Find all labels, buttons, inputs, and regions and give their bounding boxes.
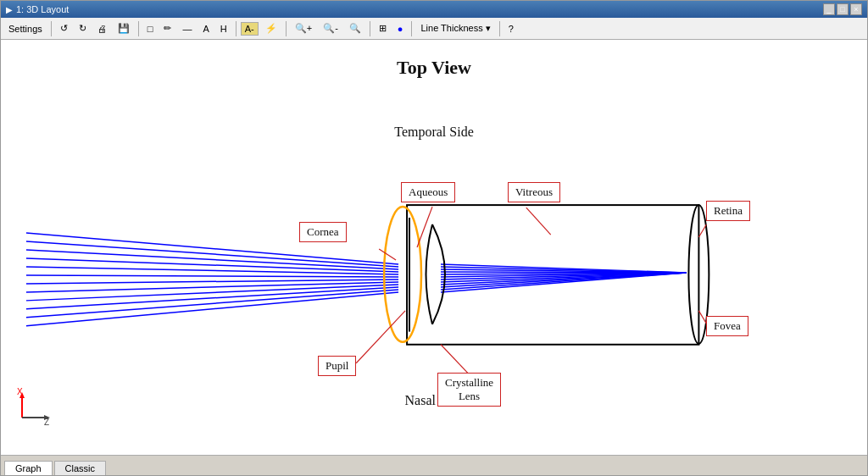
vitreous-label: Vitreous bbox=[508, 182, 560, 202]
pen-tool[interactable]: ✏ bbox=[159, 21, 175, 36]
separator-5 bbox=[370, 21, 370, 36]
settings-button[interactable]: Settings bbox=[4, 22, 47, 36]
graph-tab[interactable]: Graph bbox=[4, 461, 53, 475]
svg-line-34 bbox=[441, 345, 470, 376]
diagram-title: Top View bbox=[397, 57, 471, 79]
window-icon: ▶ bbox=[6, 5, 13, 14]
separator-2 bbox=[138, 21, 139, 36]
fovea-label: Fovea bbox=[706, 316, 748, 336]
axis-indicator: X Z bbox=[14, 388, 52, 429]
svg-line-11 bbox=[26, 292, 398, 326]
svg-line-29 bbox=[379, 249, 396, 260]
svg-line-32 bbox=[698, 224, 706, 237]
print-button[interactable]: 🖨 bbox=[93, 22, 111, 36]
svg-line-4 bbox=[26, 267, 398, 274]
content-area: Top View Temporal Side Nasal Side Cornea… bbox=[1, 40, 867, 455]
window-title: 1: 3D Layout bbox=[16, 4, 69, 14]
separator-4 bbox=[286, 21, 287, 36]
aqueous-label: Aqueous bbox=[401, 182, 455, 202]
toolbar: Settings ↺ ↻ 🖨 💾 □ ✏ — A H A- ⚡ 🔍+ 🔍- 🔍 … bbox=[1, 18, 867, 40]
svg-line-10 bbox=[26, 290, 398, 318]
line-thickness-dropdown[interactable]: Line Thickness ▾ bbox=[416, 21, 494, 36]
grid-button[interactable]: ⊞ bbox=[375, 21, 391, 36]
zoom-fit-button[interactable]: 🔍 bbox=[345, 21, 365, 36]
redo-button[interactable]: ↻ bbox=[75, 21, 91, 36]
retina-label: Retina bbox=[706, 201, 750, 221]
rect-tool[interactable]: □ bbox=[143, 22, 158, 36]
line-tool[interactable]: — bbox=[178, 22, 196, 36]
zoom-out-button[interactable]: 🔍- bbox=[319, 21, 342, 36]
highlight-tool[interactable]: ⚡ bbox=[261, 21, 281, 36]
title-bar: ▶ 1: 3D Layout _ □ × bbox=[1, 1, 867, 18]
title-bar-controls: _ □ × bbox=[823, 3, 862, 15]
svg-line-5 bbox=[26, 275, 398, 277]
svg-text:Z: Z bbox=[44, 418, 49, 426]
svg-line-3 bbox=[26, 258, 398, 272]
main-window: ▶ 1: 3D Layout _ □ × Settings ↺ ↻ 🖨 💾 □ … bbox=[0, 0, 868, 476]
help-button[interactable]: ? bbox=[504, 22, 518, 36]
bottom-tabs: Graph Classic bbox=[1, 455, 867, 475]
classic-tab[interactable]: Classic bbox=[54, 461, 106, 475]
select-tool[interactable]: A- bbox=[241, 22, 259, 36]
minimize-button[interactable]: _ bbox=[823, 3, 835, 15]
crystalline-lens-label: CrystallineLens bbox=[437, 373, 501, 407]
save-button[interactable]: 💾 bbox=[114, 21, 134, 36]
svg-line-1 bbox=[26, 241, 398, 267]
maximize-button[interactable]: □ bbox=[837, 3, 849, 15]
color-button[interactable]: ● bbox=[393, 22, 408, 36]
pupil-label: Pupil bbox=[318, 356, 356, 376]
undo-button[interactable]: ↺ bbox=[56, 21, 72, 36]
text-tool[interactable]: A bbox=[198, 22, 213, 36]
temporal-label: Temporal Side bbox=[394, 125, 474, 140]
svg-line-33 bbox=[356, 311, 405, 363]
svg-text:X: X bbox=[17, 388, 23, 396]
close-button[interactable]: × bbox=[850, 3, 862, 15]
axis-svg: X Z bbox=[14, 388, 52, 426]
h-tool[interactable]: H bbox=[216, 22, 231, 36]
separator-6 bbox=[411, 21, 412, 36]
svg-line-31 bbox=[526, 208, 551, 235]
cornea-label: Cornea bbox=[299, 222, 347, 242]
separator-1 bbox=[51, 21, 52, 36]
separator-3 bbox=[236, 21, 236, 36]
title-bar-left: ▶ 1: 3D Layout bbox=[6, 4, 69, 14]
svg-line-30 bbox=[417, 207, 432, 247]
separator-7 bbox=[499, 21, 500, 36]
zoom-in-button[interactable]: 🔍+ bbox=[291, 21, 316, 36]
